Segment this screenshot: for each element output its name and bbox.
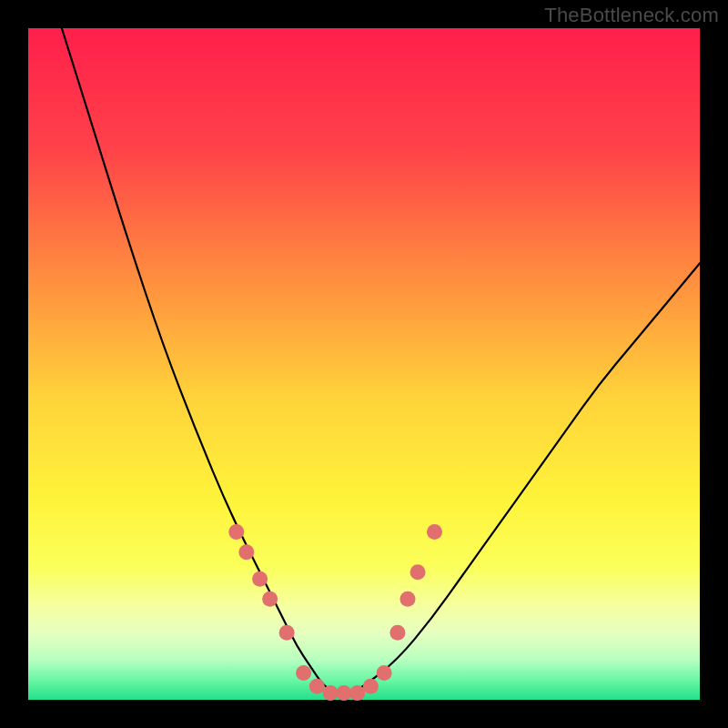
marker-dot bbox=[389, 625, 405, 641]
marker-dot bbox=[238, 544, 254, 560]
marker-dot bbox=[377, 665, 392, 681]
marker-dots-group bbox=[228, 524, 442, 701]
marker-dot bbox=[336, 685, 351, 701]
plot-area bbox=[28, 28, 700, 700]
marker-dot bbox=[363, 679, 379, 694]
bottleneck-curve bbox=[62, 28, 700, 693]
marker-dot bbox=[349, 685, 365, 701]
curve-layer bbox=[28, 28, 700, 700]
marker-dot bbox=[410, 564, 426, 580]
marker-dot bbox=[323, 685, 339, 701]
marker-dot bbox=[427, 524, 442, 540]
marker-dot bbox=[279, 625, 295, 641]
marker-dot bbox=[252, 571, 268, 587]
marker-dot bbox=[309, 679, 325, 694]
chart-container: TheBottleneck.com bbox=[0, 0, 728, 728]
marker-dot bbox=[399, 592, 415, 607]
marker-dot bbox=[296, 665, 311, 681]
marker-dot bbox=[228, 524, 244, 540]
watermark-text: TheBottleneck.com bbox=[544, 4, 719, 27]
marker-dot bbox=[262, 592, 278, 607]
